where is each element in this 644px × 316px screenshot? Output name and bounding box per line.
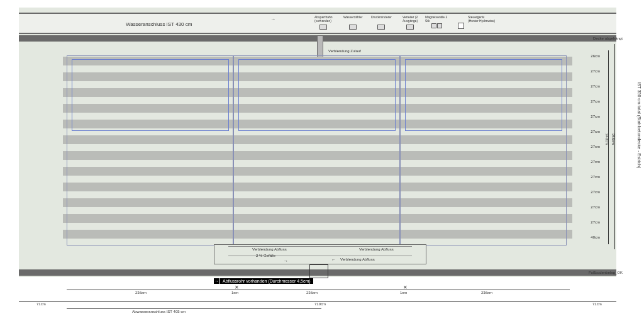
floor-label: Fußbodenbelag_OK (589, 271, 623, 274)
water-supply-label: Wasseranschluss IST 430 cm (126, 21, 192, 27)
abwasser-label: Abwasseranschluss IST 405 cm (132, 310, 186, 313)
planter-slats (63, 57, 572, 239)
vtotal-2: 356cm (611, 133, 615, 145)
abwasser-line (67, 308, 321, 309)
vbrace-2 (613, 44, 615, 249)
comp-steuergeraet (458, 23, 464, 29)
ceiling-label: Decke abgehängt (593, 37, 623, 40)
comp-verteiler (406, 24, 414, 30)
vbrace-1 (606, 50, 609, 244)
dim2-a: 71cm (36, 302, 46, 306)
dim1-d: 1cm (400, 291, 407, 295)
dim1-e: 236cm (481, 291, 492, 295)
flow-arrow-top: → (270, 16, 275, 22)
side-note: IST 350 cm total (Stahlbetondecke - Estr… (633, 82, 641, 245)
vtotal-1: 343cm (605, 133, 609, 145)
dim1-a: 236cm (135, 291, 147, 295)
slope-arrow-l: → (284, 259, 288, 263)
inlet-cover-label: Verblendung Zulauf (328, 49, 361, 53)
comp-steuergeraet-sub: (Hunter Hydrawise) (468, 19, 495, 23)
drain-trough: Verblendung Abfluss Verblendung Abfluss … (214, 244, 426, 264)
comp-magnetventile (431, 23, 442, 29)
comp-wasserzaehler-label: Wasserzähler (343, 15, 362, 19)
drain-cover-left: Verblendung Abfluss (252, 247, 287, 251)
dim-row1-line (67, 290, 570, 290)
technical-plan: Wasseranschluss IST 430 cm → Absperrhahn… (0, 0, 644, 316)
dim-row2-line (19, 301, 616, 302)
comp-druckminderer-label: Druckminderer (371, 15, 392, 19)
drain-note-arrow: → (214, 278, 219, 284)
comp-wasserzaehler (349, 24, 357, 30)
comp-absperrhahn (319, 24, 327, 30)
gefalle-label: 2 % Gefälle (256, 254, 275, 257)
dim2-b: 710cm (314, 302, 326, 306)
comp-verteiler-sub: Ausgänge) (402, 19, 418, 23)
comp-absperrhahn-sub: (vorhanden) (314, 19, 331, 23)
comp-druckminderer (377, 24, 385, 30)
inlet-pipe (317, 35, 323, 58)
dim1-tick1: ✕ (235, 285, 239, 290)
dim2-c: 71cm (592, 302, 602, 306)
drain-pipe-note: Abflussrohr vorhanden (Durchmesser 4,5cm… (220, 278, 313, 284)
dim1-tick2: ✕ (403, 285, 408, 290)
slope-arrow-r: ← (331, 257, 336, 262)
drain-pipe (309, 264, 328, 278)
drain-cover-right: Verblendung Abfluss (359, 247, 394, 251)
dim1-c: 236cm (306, 291, 318, 295)
comp-magnetventile-sub: Stk (425, 19, 430, 23)
dim1-b: 1cm (231, 291, 238, 295)
drain-cover-center: Verblendung Abfluss (340, 257, 375, 261)
vertical-spacings: 26cm 27cm 27cm 27cm 27cm 27cm 27cm 27cm … (591, 54, 600, 242)
